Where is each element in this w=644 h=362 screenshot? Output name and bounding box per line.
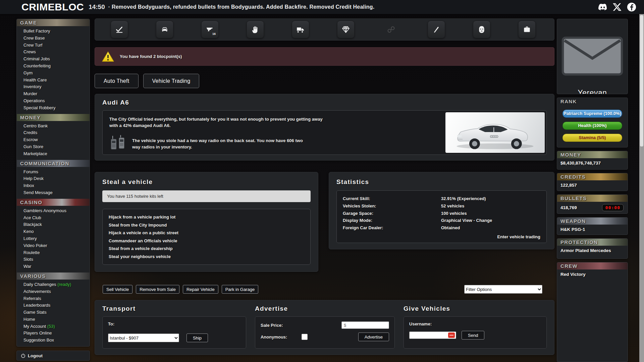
sidebar-link-escrow[interactable]: Escrow	[23, 137, 38, 142]
sidebar-item: Inbox	[23, 182, 90, 189]
sidebar-link-players-online[interactable]: Players Online	[23, 330, 52, 336]
repair-vehicle-button[interactable]: Repair Vehicle	[183, 285, 218, 294]
sidebar-link-special-robbery[interactable]: Special Robbery	[23, 105, 55, 110]
toolbar-button-hand[interactable]	[247, 21, 264, 38]
stamina-pill[interactable]: Stamina (5/5)	[562, 134, 622, 142]
sidebar-link-credits[interactable]: Credits	[23, 130, 37, 135]
bullets-timer: 00:00	[602, 204, 624, 211]
steal-option-commandeer-an-officials-vehicle[interactable]: Commandeer an Officials vehicle	[109, 237, 304, 245]
rank-pill[interactable]: Patriarch Supreme (100.0%)	[562, 110, 622, 118]
sidebar-item: Achievements	[23, 288, 90, 295]
tab-auto-theft[interactable]: Auto Theft	[95, 74, 139, 88]
sale-price-input[interactable]	[341, 321, 389, 329]
sidebar-link-marketplace[interactable]: Marketplace	[23, 151, 47, 156]
stat-label-foreign-car-dealer: Foreign Car Dealer:	[343, 224, 441, 232]
filter-options-select[interactable]: Filter Options	[464, 285, 542, 294]
sidebar-item: Send Message	[23, 189, 90, 196]
sidebar-link-inventory[interactable]: Inventory	[23, 84, 41, 89]
anonymous-checkbox[interactable]	[302, 334, 308, 340]
sidebar-link-ace-club[interactable]: Ace Club	[23, 215, 41, 220]
sidebar-link-crews[interactable]: Crews	[23, 49, 36, 54]
steal-option-hijack-from-a-vehicle-parking-lot[interactable]: Hijack from a vehicle parking lot	[109, 213, 304, 221]
stat-label-current-skill: Current Skill:	[343, 195, 441, 202]
protection-header: PROTECTION	[557, 239, 628, 246]
health-pill[interactable]: Health (100%)	[562, 122, 622, 130]
password-manager-icon[interactable]	[448, 333, 455, 338]
steal-option-steal-from-the-city-impound[interactable]: Steal from the City Impound	[109, 221, 304, 229]
sidebar-link-leaderboards[interactable]: Leaderboards	[23, 303, 50, 308]
steal-option-steal-your-neighbours-vehicle[interactable]: Steal your neighbours vehicle	[109, 253, 304, 261]
transport-to-label: To:	[108, 321, 114, 326]
tab-vehicle-trading[interactable]: Vehicle Trading	[143, 74, 200, 88]
sidebar-link-slots[interactable]: Slots	[23, 257, 33, 262]
sidebar-link-gamblers-anonymous[interactable]: Gamblers Anonymous	[23, 208, 66, 213]
sidebar-link-referrals[interactable]: Referrals	[23, 296, 41, 301]
sidebar-link-help-desk[interactable]: Help Desk	[23, 176, 44, 181]
sidebar-link-crew-turf[interactable]: Crew Turf	[23, 43, 42, 48]
park-in-garage-button[interactable]: Park in Garage	[222, 285, 258, 294]
discord-icon[interactable]	[598, 2, 608, 12]
scrollbar-thumb[interactable]	[640, 15, 643, 146]
toolbar-button-knife[interactable]	[428, 21, 445, 38]
sidebar-link-inbox[interactable]: Inbox	[23, 183, 34, 188]
sidebar-link-game-stats[interactable]: Game Stats	[23, 310, 47, 315]
sidebar-link-suggestion-box[interactable]: Suggestion Box	[23, 338, 54, 343]
sidebar-section-header-various: VARIOUS	[17, 273, 90, 280]
sidebar-link-gym[interactable]: Gym	[23, 70, 33, 75]
sidebar-link-centro-bank[interactable]: Centro Bank	[23, 123, 48, 128]
inbox-envelope-icon[interactable]	[561, 24, 624, 88]
stat-value-vehicles-stolen: 52 vehicles	[441, 202, 464, 210]
x-icon[interactable]	[612, 2, 622, 12]
sidebar-link-send-message[interactable]: Send Message	[23, 190, 53, 195]
stat-value-display-mode[interactable]: Graphical View - Change	[441, 217, 492, 224]
crew-box: CREWRed Victory	[557, 262, 628, 362]
facebook-icon[interactable]	[627, 2, 637, 12]
page-scrollbar[interactable]	[639, 14, 644, 362]
destination-select[interactable]: Istanbul - $907	[108, 334, 179, 342]
app-logo[interactable]: CRIMEBLOC	[21, 1, 84, 13]
sidebar-link-health-care[interactable]: Health Care	[23, 77, 47, 82]
remove-from-sale-button[interactable]: Remove from Sale	[136, 285, 179, 294]
sidebar-link-roulette[interactable]: Roulette	[23, 250, 40, 255]
sidebar-link-murder[interactable]: Murder	[23, 91, 37, 96]
sidebar-item: Players Online	[23, 329, 90, 337]
sidebar-link-crew-base[interactable]: Crew Base	[23, 36, 45, 41]
toolbar-button-crimes-check[interactable]	[111, 21, 128, 38]
left-sidebar: GAMEBullet FactoryCrew BaseCrew TurfCrew…	[16, 19, 90, 361]
steal-option-steal-from-a-vehicle-dealership[interactable]: Steal from a vehicle dealership	[109, 245, 304, 253]
sidebar-link-my-account[interactable]: My Account	[23, 324, 46, 329]
toolbar-button-truck[interactable]	[292, 21, 309, 38]
sidebar-link-bullet-factory[interactable]: Bullet Factory	[23, 28, 50, 34]
sidebar-item: Suggestion Box	[23, 337, 90, 344]
sidebar-link-forums[interactable]: Forums	[23, 169, 38, 174]
sidebar-link-achievements[interactable]: Achievements	[23, 289, 51, 294]
advertise-button[interactable]: Advertise	[358, 333, 389, 341]
two-way-radio-icon	[109, 134, 127, 152]
sidebar-link-operations[interactable]: Operations	[23, 98, 45, 103]
protection-value: Armor Plated Mercedes	[557, 246, 628, 256]
enter-vehicle-trading-link[interactable]: Enter vehicle trading	[343, 234, 540, 239]
sidebar-link-keno[interactable]: Keno	[23, 229, 34, 234]
sell-vehicle-button[interactable]: Sell Vehicle	[103, 285, 132, 294]
ship-button[interactable]: Ship	[186, 334, 208, 342]
sidebar-item: Leaderboards	[23, 302, 90, 309]
sidebar-link-video-poker[interactable]: Video Poker	[23, 243, 47, 248]
sidebar-link-blackjack[interactable]: Blackjack	[23, 222, 42, 227]
sidebar-link-daily-challenges[interactable]: Daily Challenges	[23, 282, 56, 287]
steal-option-hijack-a-vehicle-on-a-public-street[interactable]: Hijack a vehicle on a public street	[109, 229, 304, 237]
sidebar-link-home[interactable]: Home	[23, 317, 35, 322]
toolbar-button-car[interactable]	[156, 21, 173, 38]
sidebar-link-lottery[interactable]: Lottery	[23, 236, 37, 241]
hotwire-kits-info: You have 115 hotwire kits left	[102, 190, 311, 202]
toolbar-button-diamond[interactable]	[337, 21, 355, 38]
send-button[interactable]: Send	[462, 331, 484, 340]
sidebar-link-gun-store[interactable]: Gun Store	[23, 144, 43, 149]
toolbar-button-briefcase[interactable]	[518, 21, 536, 38]
logout-button[interactable]: Logout	[16, 351, 90, 361]
toolbar-badge: 16	[212, 32, 216, 36]
toolbar-button-balaclava[interactable]	[473, 21, 490, 38]
sidebar-link-criminal-jobs[interactable]: Criminal Jobs	[23, 56, 50, 61]
toolbar-button-gun[interactable]: 16	[201, 21, 219, 38]
sidebar-link-counterfeiting[interactable]: Counterfeiting	[23, 63, 51, 68]
sidebar-link-war[interactable]: War	[23, 264, 31, 269]
